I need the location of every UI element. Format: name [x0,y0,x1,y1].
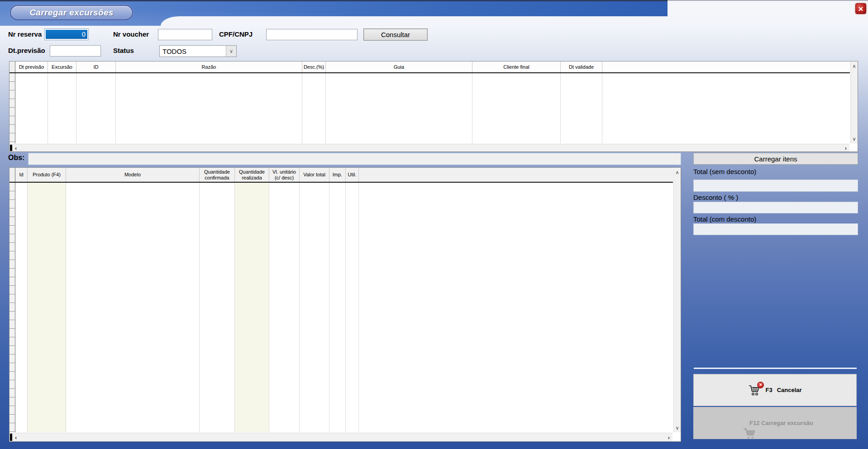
cpf-cnpj-label: CPF/CNPJ [219,30,253,38]
items-grid: Id Produto (F4) Modelo Quantidade confir… [9,167,681,442]
row-selector-header [10,168,15,182]
body-col [300,183,329,432]
col-id[interactable]: Id [15,168,28,182]
col-guia[interactable]: Guia [326,61,472,72]
app-window: Carregar excursões × Nr reserva 0 Nr vou… [0,0,868,449]
col-desc-pct[interactable]: Desc.(%) [302,61,326,72]
obs-input[interactable] [28,153,681,165]
body-col [329,183,346,432]
horizontal-scrollbar[interactable]: ‹ › [10,433,672,441]
body-col [200,183,235,432]
body-col-qtd-realizada [235,183,269,432]
badge-x-glyph: ✕ [759,383,763,387]
col-util[interactable]: Util. [346,168,359,182]
body-col [472,73,561,143]
page-swoosh [161,16,868,26]
nr-reserva-input[interactable]: 0 [44,28,89,40]
scroll-down-icon[interactable]: ∨ [675,425,679,431]
excursions-grid-header: Dt previsão Excursão ID Razão Desc.(%) G… [10,61,850,73]
scroll-up-icon[interactable]: ∧ [675,170,679,175]
scrollbar-corner [672,432,680,441]
items-grid-header: Id Produto (F4) Modelo Quantidade confir… [10,168,673,183]
col-dt-validade[interactable]: Dt validade [561,61,602,72]
col-excursao[interactable]: Excursão [48,61,76,72]
excursions-grid: Dt previsão Excursão ID Razão Desc.(%) G… [9,61,858,152]
total-sem-desconto-input[interactable] [693,180,858,192]
col-razao[interactable]: Razão [116,61,302,72]
nr-reserva-label: Nr reserva [8,30,42,38]
scroll-left-icon[interactable]: ‹ [15,433,17,441]
combo-chevron-glyph: ∨ [229,48,233,54]
tab-carregar-excursoes[interactable]: Carregar excursões [10,5,133,20]
row-selector-column [10,183,15,432]
body-col [269,183,300,432]
nr-reserva-value: 0 [46,30,87,39]
panel-divider [694,368,857,369]
nr-voucher-input[interactable] [158,29,212,40]
body-col [359,183,673,432]
cpf-cnpj-input[interactable] [266,29,358,40]
col-valor-total[interactable]: Valor total [300,168,329,182]
close-icon: × [858,5,863,13]
consultar-label: Consultar [381,31,410,38]
total-com-desconto-label: Total (com desconto) [693,215,756,223]
body-col [15,183,28,432]
obs-label: Obs: [8,154,24,162]
f3-label: Cancelar [777,387,802,393]
col-modelo[interactable]: Modelo [66,168,200,182]
body-col [346,183,359,432]
horizontal-scrollbar[interactable]: ‹ › [10,144,849,151]
body-col [48,73,76,143]
scroll-left-icon[interactable]: ‹ [15,144,17,151]
f3-cancelar-button[interactable]: ✕ F3 Cancelar [693,374,857,406]
chevron-down-icon[interactable]: ∨ [226,46,236,57]
col-empty [359,168,673,182]
status-selected-value: TODOS [160,47,226,55]
scroll-right-icon[interactable]: › [668,433,670,441]
scrollbar-corner [849,143,857,151]
nr-voucher-label: Nr voucher [113,30,149,38]
scroll-right-icon[interactable]: › [845,144,847,151]
cart-disabled-icon [743,427,756,439]
total-com-desconto-input[interactable] [693,223,858,235]
col-dt-previsao[interactable]: Dt previsão [15,61,48,72]
vertical-scrollbar[interactable]: ∧ ∨ [850,62,858,143]
desconto-input[interactable] [693,202,858,213]
col-id[interactable]: ID [76,61,116,72]
desconto-label: Desconto ( % ) [693,194,738,201]
body-col-produto [28,183,66,432]
scroll-position-marker [10,434,12,441]
col-cliente-final[interactable]: Cliente final [472,61,561,72]
f12-label: F12 Carregar excursão [749,420,813,426]
f12-carregar-excursao-button[interactable]: F12 Carregar excursão [693,407,857,439]
scroll-down-icon[interactable]: ∨ [852,136,856,142]
cart-cancel-icon: ✕ [748,384,761,396]
dt-previsao-label: Dt.previsão [8,47,45,54]
total-sem-desconto-label: Total (sem desconto) [693,168,756,175]
body-col [302,73,326,143]
col-vl-unitario[interactable]: Vl. unitário (c/ desc) [269,168,300,182]
vertical-scrollbar[interactable]: ∧ ∨ [673,168,681,432]
carregar-itens-label: Carregar itens [754,155,797,163]
status-label: Status [113,47,134,54]
close-button[interactable]: × [855,3,866,14]
consultar-button[interactable]: Consultar [363,28,428,41]
body-col [602,73,850,143]
dt-previsao-input[interactable] [50,45,101,57]
col-qtd-realizada[interactable]: Quantidade realizada [235,168,269,182]
carregar-itens-button[interactable]: Carregar itens [693,153,858,165]
items-grid-body[interactable] [10,183,673,432]
red-x-badge: ✕ [757,382,764,388]
excursions-grid-body[interactable] [10,73,850,143]
body-col [15,73,48,143]
col-qtd-confirmada[interactable]: Quantidade confirmada [200,168,235,182]
body-col [326,73,472,143]
row-selector-column [10,73,15,143]
col-produto-f4[interactable]: Produto (F4) [28,168,66,182]
status-select[interactable]: TODOS ∨ [159,45,237,57]
body-col [66,183,200,432]
col-imp[interactable]: Imp. [329,168,346,182]
scroll-up-icon[interactable]: ∧ [852,63,856,69]
body-col [116,73,302,143]
col-empty [602,61,850,72]
